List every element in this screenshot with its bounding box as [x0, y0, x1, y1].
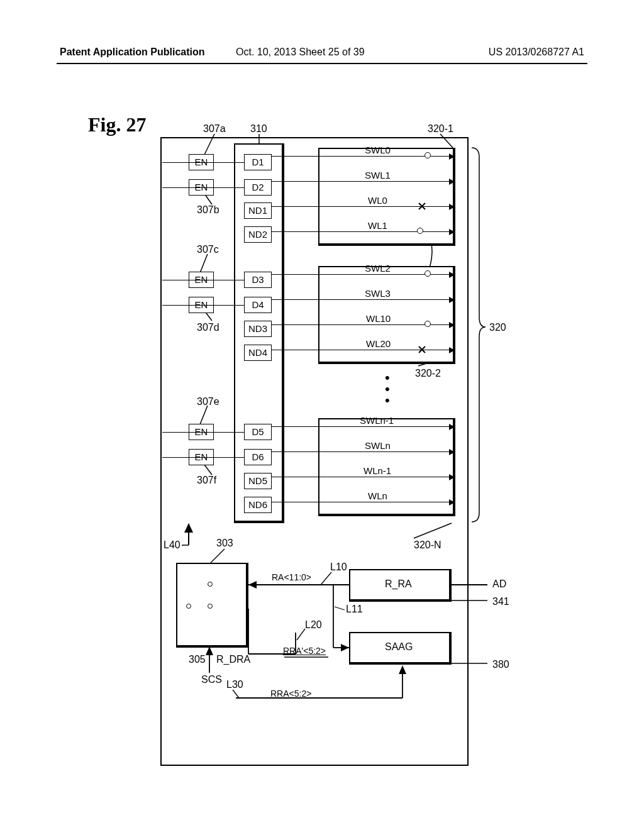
ref-320-2: 320-2: [415, 368, 441, 379]
lbl-wln1: WLn-1: [364, 465, 391, 476]
line-swl3: [272, 299, 454, 300]
box-nd2: ND2: [244, 226, 272, 243]
omark-wl1: [417, 228, 423, 234]
lbl-swl1: SWL1: [365, 170, 391, 180]
patent-header: Patent Application Publication Oct. 10, …: [0, 44, 644, 69]
lbl-saag: SAAG: [385, 641, 413, 653]
lbl-swl0: SWL0: [365, 145, 391, 155]
lbl-wln: WLn: [368, 490, 387, 501]
header-right: US 2013/0268727 A1: [489, 47, 584, 58]
ref-380: 380: [492, 659, 509, 670]
line-swl1: [272, 181, 454, 182]
lbl-rra52: RRA<5:2>: [270, 689, 311, 699]
line-swln: [272, 451, 454, 452]
line-wl1: [272, 231, 454, 232]
lbl-swl2: SWL2: [365, 263, 391, 274]
box-nd5: ND5: [244, 473, 272, 489]
wire-en-d1: [162, 162, 244, 163]
omark-swl2: [425, 270, 431, 277]
lbl-L40: L40: [164, 540, 180, 551]
omark-swl0: [425, 152, 431, 158]
header-rule: [57, 63, 587, 64]
xmark-wl0: [418, 202, 426, 211]
lbl-L10: L10: [330, 562, 347, 573]
lbl-L11: L11: [346, 604, 363, 615]
lbl-swl3: SWL3: [365, 288, 391, 299]
line-wl20: [272, 350, 454, 350]
box-d2: D2: [244, 179, 272, 196]
figure-title: Fig. 27: [88, 113, 146, 136]
wire-en-d3: [162, 280, 244, 280]
ref-305: 305: [189, 654, 206, 665]
ref-341: 341: [492, 596, 509, 607]
header-left: Patent Application Publication: [60, 47, 205, 58]
ref-320-1: 320-1: [428, 123, 453, 135]
line-wln1: [272, 477, 454, 477]
lbl-wl20: WL20: [366, 338, 391, 349]
line-wln: [272, 502, 454, 502]
lbl-rrap: RRA'<5:2>: [283, 646, 326, 656]
wire-en-d4: [162, 305, 244, 306]
page: Patent Application Publication Oct. 10, …: [0, 0, 644, 830]
ref-310: 310: [250, 123, 267, 135]
line-wl0: [272, 206, 454, 207]
xmark-wl20: [418, 345, 426, 354]
lbl-swln1: SWLn-1: [360, 415, 394, 426]
mux-node-top: [208, 582, 213, 587]
box-d5: D5: [244, 424, 272, 440]
ref-307b: 307b: [197, 204, 219, 216]
ref-320-n: 320-N: [414, 540, 441, 551]
box-d4: D4: [244, 297, 272, 313]
omark-wl10: [425, 321, 431, 327]
ref-307a: 307a: [203, 123, 226, 135]
lbl-ad: AD: [492, 578, 506, 590]
header-mid: Oct. 10, 2013 Sheet 25 of 39: [236, 47, 365, 58]
wire-en-d6: [162, 457, 244, 458]
lbl-wl1: WL1: [368, 220, 387, 231]
ref-307c: 307c: [197, 244, 219, 255]
wire-en-d2: [162, 187, 244, 188]
ref-320: 320: [489, 322, 506, 333]
lbl-wl10: WL10: [366, 313, 391, 324]
ref-307d: 307d: [197, 322, 219, 333]
box-nd6: ND6: [244, 497, 272, 513]
lbl-swln: SWLn: [365, 440, 391, 451]
ref-307e: 307e: [197, 396, 219, 407]
box-nd1: ND1: [244, 202, 272, 219]
lbl-scs: SCS: [201, 674, 222, 685]
vertical-ellipsis: •••: [385, 372, 390, 406]
wire-en-d5: [162, 432, 244, 433]
box-d3: D3: [244, 272, 272, 288]
lbl-wl0: WL0: [368, 195, 387, 206]
box-d1: D1: [244, 154, 272, 170]
mux-node-left: [186, 604, 191, 609]
lbl-L20: L20: [305, 619, 322, 631]
lbl-r-ra: R_RA: [385, 578, 412, 590]
line-swln1: [272, 426, 454, 427]
ref-307f: 307f: [197, 475, 216, 486]
lbl-ra: RA<11:0>: [272, 572, 311, 582]
lbl-L30: L30: [226, 679, 243, 690]
box-d6: D6: [244, 449, 272, 465]
lbl-r-dra: R_DRA: [216, 654, 250, 665]
box-nd4: ND4: [244, 345, 272, 361]
mux-node-bottom: [208, 604, 213, 609]
ref-303: 303: [216, 538, 233, 549]
box-nd3: ND3: [244, 321, 272, 337]
